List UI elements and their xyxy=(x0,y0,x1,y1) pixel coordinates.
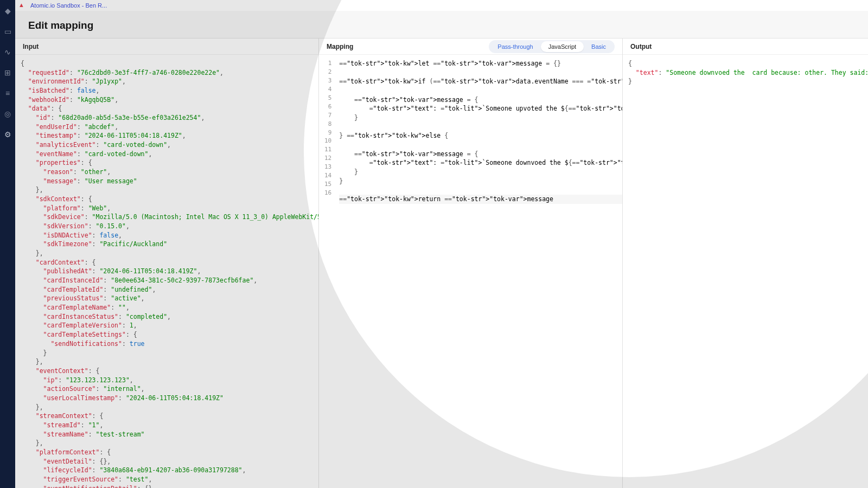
mapping-mode-segmented-control: Pass-through JavaScript Basic xyxy=(489,40,615,53)
home-icon[interactable]: ◆ xyxy=(5,7,11,15)
breadcrumb[interactable]: Atomic.io Sandbox - Ben R... xyxy=(30,2,107,9)
settings-icon[interactable]: ◎ xyxy=(4,110,11,118)
mapping-pane-header: Mapping Pass-through JavaScript Basic xyxy=(319,38,622,55)
tab-javascript[interactable]: JavaScript xyxy=(541,41,584,52)
analytics-icon[interactable]: ⊞ xyxy=(4,68,11,77)
tab-passthrough[interactable]: Pass-through xyxy=(490,41,540,52)
mapping-pane-label: Mapping xyxy=(327,43,353,50)
brand-icon: ▲ xyxy=(18,2,26,9)
input-pane-header: Input xyxy=(15,38,318,55)
panes-container: Input { "requestId": "76c2dbd0-3e3f-4ff7… xyxy=(15,38,868,488)
mapping-pane: Mapping Pass-through JavaScript Basic 12… xyxy=(319,38,623,488)
flows-icon[interactable]: ∿ xyxy=(4,48,11,56)
input-code-editor[interactable]: { "requestId": "76c2dbd0-3e3f-4ff7-a746-… xyxy=(15,55,318,488)
input-pane-label: Input xyxy=(23,43,39,50)
output-pane: Output { "text": "Someone downvoed the c… xyxy=(623,38,868,488)
edit-mapping-modal: Edit mapping Input { "requestId": "76c2d… xyxy=(15,11,868,488)
insights-icon[interactable]: ≡ xyxy=(5,89,10,98)
output-pane-header: Output xyxy=(623,38,868,55)
input-pane: Input { "requestId": "76c2dbd0-3e3f-4ff7… xyxy=(15,38,319,488)
nav-sidebar: ◆ ▭ ∿ ⊞ ≡ ◎ ⚙ xyxy=(0,0,15,488)
modal-title: Edit mapping xyxy=(15,11,868,38)
output-code-viewer: { "text": "Someone downvoed the card bec… xyxy=(623,55,868,488)
mapping-code-editor[interactable]: 12345678910111213141516 =="tok-str">"tok… xyxy=(319,55,622,488)
cards-icon[interactable]: ▭ xyxy=(4,27,11,36)
config-icon[interactable]: ⚙ xyxy=(4,130,11,139)
output-pane-label: Output xyxy=(630,43,652,50)
tab-basic[interactable]: Basic xyxy=(584,41,614,52)
top-strip: ▲ Atomic.io Sandbox - Ben R... xyxy=(15,0,868,11)
